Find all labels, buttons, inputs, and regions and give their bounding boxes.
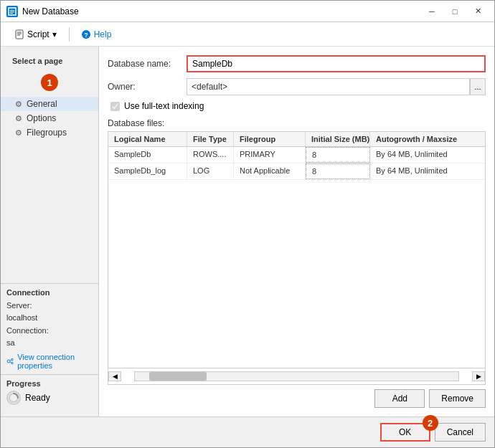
owner-ellipsis-button[interactable]: ... <box>470 78 486 95</box>
sidebar-item-general[interactable]: ⚙ General <box>1 97 98 111</box>
svg-point-11 <box>11 358 13 360</box>
db-name-label: Database name: <box>108 59 187 69</box>
svg-rect-4 <box>16 30 23 39</box>
svg-point-12 <box>11 362 13 363</box>
sidebar: Select a page 1 ⚙ General ⚙ Options ⚙ Fi… <box>1 47 99 416</box>
server-value: localhost <box>6 313 37 322</box>
owner-row: Owner: ... <box>108 78 486 95</box>
connection-value: sa <box>6 338 15 347</box>
connection-link-label: View connection properties <box>17 353 93 370</box>
row1-autogrowth: By 64 MB, Unlimited <box>370 147 485 163</box>
add-remove-buttons: Add Remove <box>108 389 486 408</box>
ok-badge: 2 <box>423 415 438 431</box>
svg-rect-2 <box>10 11 14 12</box>
files-table: Logical Name File Type Filegroup Initial… <box>108 131 486 385</box>
help-button[interactable]: ? Help <box>75 27 118 42</box>
title-controls: ─ □ ✕ <box>421 4 489 19</box>
connection-section: Connection Server: localhost Connection:… <box>1 283 98 374</box>
options-icon: ⚙ <box>15 114 22 123</box>
script-arrow: ▾ <box>52 29 57 39</box>
fulltext-checkbox[interactable] <box>110 102 120 111</box>
table-row[interactable]: SampleDb_log LOG Not Applicable 8 By 64 … <box>108 163 485 180</box>
sidebar-item-general-label: General <box>27 99 57 109</box>
sidebar-item-filegroups[interactable]: ⚙ Filegroups <box>1 125 98 140</box>
spinner-icon <box>6 391 21 405</box>
table-body: SampleDb ROWS.... PRIMARY 8 By 64 MB, Un… <box>108 147 485 368</box>
sidebar-item-options[interactable]: ⚙ Options <box>1 111 98 125</box>
title-bar-left: New Database <box>6 6 79 17</box>
svg-line-13 <box>10 360 11 361</box>
scrollbar-thumb <box>149 372 207 381</box>
row1-filegroup: PRIMARY <box>234 147 306 163</box>
connection-label: Connection: <box>6 326 49 335</box>
table-scrollbar: ◀ ▶ <box>108 368 485 384</box>
fulltext-label: Use full-text indexing <box>124 101 204 111</box>
minimize-button[interactable]: ─ <box>421 4 443 19</box>
db-name-input[interactable] <box>187 55 486 72</box>
row1-size[interactable]: 8 <box>306 147 370 163</box>
script-icon <box>14 29 24 39</box>
sidebar-item-options-label: Options <box>27 113 56 123</box>
cancel-button[interactable]: Cancel <box>435 423 486 442</box>
ok-button-wrapper: OK 2 <box>380 423 430 442</box>
sidebar-item-filegroups-label: Filegroups <box>27 128 67 138</box>
progress-section: Progress Ready <box>1 374 98 409</box>
connection-icon <box>6 356 14 366</box>
connection-section-label: Connection <box>6 288 93 297</box>
main-panel: Database name: Owner: ... Use full-text … <box>99 47 494 416</box>
remove-button[interactable]: Remove <box>429 389 486 408</box>
scrollbar-track[interactable] <box>134 371 459 381</box>
help-label: Help <box>94 29 112 39</box>
fulltext-row: Use full-text indexing <box>110 101 486 111</box>
toolbar: Script ▾ ? Help <box>1 22 494 47</box>
svg-line-14 <box>10 362 11 363</box>
add-button[interactable]: Add <box>374 389 425 408</box>
svg-rect-1 <box>10 10 14 11</box>
col-logical-name: Logical Name <box>108 132 187 146</box>
col-filegroup: Filegroup <box>234 132 306 146</box>
help-icon: ? <box>81 29 91 39</box>
maximize-button[interactable]: □ <box>444 4 466 19</box>
footer-bar: OK 2 Cancel <box>1 416 494 447</box>
table-header: Logical Name File Type Filegroup Initial… <box>108 132 485 147</box>
col-autogrowth: Autogrowth / Maxsize <box>370 132 485 146</box>
scroll-right-arrow[interactable]: ▶ <box>472 371 485 381</box>
script-label: Script <box>27 29 50 39</box>
close-button[interactable]: ✕ <box>467 4 489 19</box>
row2-logical: SampleDb_log <box>108 163 187 179</box>
db-files-label: Database files: <box>108 118 486 128</box>
row2-size[interactable]: 8 <box>306 163 370 179</box>
window-icon <box>6 6 18 17</box>
table-row[interactable]: SampleDb ROWS.... PRIMARY 8 By 64 MB, Un… <box>108 147 485 163</box>
progress-status: Ready <box>25 393 50 403</box>
general-icon: ⚙ <box>15 100 22 109</box>
server-label: Server: <box>6 301 32 310</box>
row2-filegroup: Not Applicable <box>234 163 306 179</box>
sidebar-badge: 1 <box>41 74 58 91</box>
toolbar-separator <box>69 27 70 42</box>
scroll-left-arrow[interactable]: ◀ <box>108 371 121 381</box>
col-file-type: File Type <box>187 132 234 146</box>
svg-rect-3 <box>10 13 13 14</box>
content-area: Select a page 1 ⚙ General ⚙ Options ⚙ Fi… <box>1 47 494 416</box>
view-connection-link[interactable]: View connection properties <box>6 353 93 370</box>
svg-point-10 <box>7 360 10 363</box>
window-title: New Database <box>22 6 79 16</box>
owner-input[interactable] <box>187 78 470 95</box>
owner-label: Owner: <box>108 82 187 92</box>
row2-autogrowth: By 64 MB, Unlimited <box>370 163 485 179</box>
db-name-row: Database name: <box>108 55 486 72</box>
main-window: New Database ─ □ ✕ Script ▾ ? Help <box>0 0 495 448</box>
filegroups-icon: ⚙ <box>15 128 22 138</box>
sidebar-section-label: Select a page <box>6 52 93 68</box>
svg-text:?: ? <box>84 32 88 39</box>
row2-filetype: LOG <box>187 163 234 179</box>
row1-filetype: ROWS.... <box>187 147 234 163</box>
row1-logical: SampleDb <box>108 147 187 163</box>
title-bar: New Database ─ □ ✕ <box>1 1 494 22</box>
script-button[interactable]: Script ▾ <box>8 27 63 42</box>
connection-info: Server: localhost Connection: sa <box>6 300 93 350</box>
progress-section-label: Progress <box>6 379 93 388</box>
progress-content: Ready <box>6 391 93 405</box>
col-initial-size: Initial Size (MB) <box>306 132 370 146</box>
